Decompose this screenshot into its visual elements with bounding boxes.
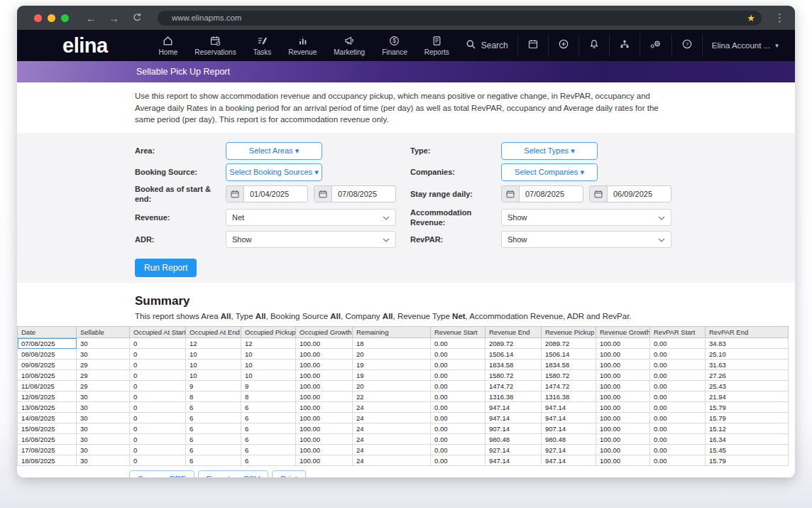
- cell[interactable]: 100.00: [296, 413, 353, 423]
- cell[interactable]: 1506.14: [542, 349, 596, 360]
- cell[interactable]: 0.00: [431, 445, 485, 455]
- cell[interactable]: 20: [353, 381, 431, 391]
- accommodation-revenue-select[interactable]: Show: [501, 209, 671, 226]
- cell[interactable]: 19: [353, 370, 431, 381]
- cell[interactable]: 947.14: [542, 413, 596, 423]
- cell[interactable]: 100.00: [596, 434, 650, 445]
- nav-item-home[interactable]: Home: [152, 35, 185, 56]
- cell[interactable]: 24: [353, 423, 431, 434]
- cell[interactable]: 24: [353, 402, 431, 413]
- cell[interactable]: 0: [130, 413, 186, 423]
- revenue-select[interactable]: Net: [226, 209, 396, 226]
- cell[interactable]: 16.34: [706, 434, 789, 445]
- close-window-button[interactable]: [34, 14, 42, 22]
- cell[interactable]: 0.00: [650, 370, 706, 381]
- cell[interactable]: 12: [186, 338, 241, 349]
- cell[interactable]: 11/08/2025: [18, 381, 77, 391]
- cell[interactable]: 100.00: [596, 445, 650, 455]
- cell[interactable]: 12/08/2025: [18, 391, 77, 402]
- cell[interactable]: 100.00: [296, 455, 353, 466]
- cell[interactable]: 0: [130, 423, 186, 434]
- elina-logo[interactable]: elina: [62, 34, 108, 58]
- address-bar[interactable]: www.elinapms.com ★: [158, 11, 762, 26]
- nav-item-tasks[interactable]: Tasks: [246, 35, 279, 56]
- cell[interactable]: 100.00: [296, 370, 353, 381]
- cell[interactable]: 1580.72: [542, 370, 596, 381]
- nav-item-revenue[interactable]: Revenue: [281, 35, 324, 56]
- cell[interactable]: 0.00: [650, 445, 706, 455]
- cell[interactable]: 947.14: [485, 413, 542, 423]
- adr-select[interactable]: Show: [226, 231, 396, 248]
- cell[interactable]: 29: [77, 381, 130, 391]
- cell[interactable]: 1474.72: [485, 381, 542, 391]
- browser-menu-icon[interactable]: ⋮: [774, 11, 785, 24]
- cell[interactable]: 0.00: [650, 349, 706, 360]
- cell[interactable]: 0.00: [650, 338, 706, 349]
- cell[interactable]: 15.79: [706, 455, 789, 466]
- cell[interactable]: 100.00: [596, 402, 650, 413]
- cell[interactable]: 0.00: [431, 338, 485, 349]
- cell[interactable]: 17/08/2025: [18, 445, 77, 455]
- cell[interactable]: 0.00: [431, 370, 485, 381]
- cell[interactable]: 24: [353, 455, 431, 466]
- cell[interactable]: 0: [130, 445, 186, 455]
- select-booking-sources-dropdown[interactable]: Select Booking Sources ▾: [226, 163, 322, 181]
- cell[interactable]: 100.00: [296, 338, 353, 349]
- cell[interactable]: 24: [353, 413, 431, 423]
- cell[interactable]: 0.00: [650, 455, 706, 466]
- cell[interactable]: 18/08/2025: [18, 455, 77, 466]
- cell[interactable]: 6: [186, 402, 241, 413]
- cell[interactable]: 8: [241, 391, 296, 402]
- settings-button[interactable]: [640, 34, 671, 57]
- cell[interactable]: 0.00: [650, 423, 706, 434]
- sitemap-button[interactable]: [609, 34, 640, 57]
- cell[interactable]: 1316.38: [485, 391, 542, 402]
- cell[interactable]: 1580.72: [485, 370, 542, 381]
- cell[interactable]: 6: [186, 445, 241, 455]
- select-companies-dropdown[interactable]: Select Companies ▾: [501, 163, 598, 181]
- date-input[interactable]: 01/04/2025: [226, 185, 308, 202]
- cell[interactable]: 6: [241, 455, 296, 466]
- cell[interactable]: 8: [186, 391, 241, 402]
- run-report-button[interactable]: Run Report: [135, 259, 197, 277]
- cell[interactable]: 927.14: [542, 445, 596, 455]
- cell[interactable]: 1834.58: [542, 360, 596, 370]
- cell[interactable]: 10: [241, 360, 296, 370]
- back-icon[interactable]: ←: [86, 13, 97, 23]
- cell[interactable]: 0: [130, 391, 186, 402]
- cell[interactable]: 27.26: [706, 370, 789, 381]
- cell[interactable]: 6: [241, 413, 296, 423]
- cell[interactable]: 24: [353, 445, 431, 455]
- maximize-window-button[interactable]: [61, 14, 69, 22]
- cell[interactable]: 29: [77, 360, 130, 370]
- cell[interactable]: 6: [186, 455, 241, 466]
- cell[interactable]: 30: [77, 434, 130, 445]
- cell[interactable]: 0: [130, 370, 186, 381]
- cell[interactable]: 07/08/2025: [18, 338, 77, 349]
- cell[interactable]: 0.00: [431, 402, 485, 413]
- cell[interactable]: 2089.72: [485, 338, 542, 349]
- cell[interactable]: 12: [241, 338, 296, 349]
- cell[interactable]: 6: [186, 423, 241, 434]
- cell[interactable]: 947.14: [485, 402, 542, 413]
- cell[interactable]: 10: [186, 370, 241, 381]
- reload-icon[interactable]: [131, 12, 142, 24]
- cell[interactable]: 0.00: [431, 455, 485, 466]
- cell[interactable]: 0.00: [431, 423, 485, 434]
- cell[interactable]: 0.00: [650, 360, 706, 370]
- cell[interactable]: 0: [130, 338, 186, 349]
- cell[interactable]: 9: [241, 381, 296, 391]
- cell[interactable]: 24: [353, 434, 431, 445]
- cell[interactable]: 15.79: [706, 413, 789, 423]
- cell[interactable]: 1834.58: [485, 360, 542, 370]
- revpar-select[interactable]: Show: [501, 231, 671, 248]
- help-button[interactable]: ?: [671, 34, 702, 57]
- cell[interactable]: 15/08/2025: [18, 423, 77, 434]
- cell[interactable]: 30: [77, 413, 130, 423]
- cell[interactable]: 927.14: [485, 445, 542, 455]
- cell[interactable]: 907.14: [485, 423, 542, 434]
- cell[interactable]: 0.00: [431, 381, 485, 391]
- cell[interactable]: 100.00: [596, 360, 650, 370]
- cell[interactable]: 0: [130, 455, 186, 466]
- cell[interactable]: 6: [241, 423, 296, 434]
